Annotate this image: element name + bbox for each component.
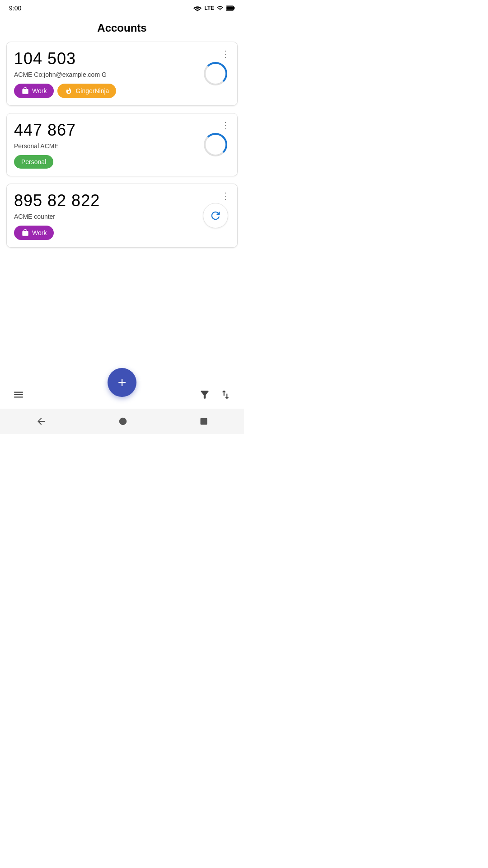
account-card-2[interactable]: ⋮ 447 867 Personal ACME Personal [6,113,238,176]
account-2-tags: Personal [14,155,201,169]
briefcase-icon-2 [21,229,29,237]
account-1-more-button[interactable]: ⋮ [219,47,232,60]
recent-icon [199,417,208,426]
account-3-number: 895 82 822 [14,191,201,210]
account-1-tag-work-label: Work [32,87,47,94]
account-3-more-button[interactable]: ⋮ [219,189,232,202]
nav-bar [0,409,244,434]
add-account-fab[interactable]: + [108,368,136,397]
account-2-number: 447 867 [14,121,201,140]
account-card-1[interactable]: ⋮ 104 503 ACME Co:john@example.com G Wor… [6,42,238,106]
nav-home-button[interactable] [118,416,128,426]
account-2-desc: Personal ACME [14,142,201,150]
cards-container: ⋮ 104 503 ACME Co:john@example.com G Wor… [0,42,244,377]
account-1-desc: ACME Co:john@example.com G [14,71,201,78]
menu-icon [13,389,24,401]
account-1-tag-gingerninja[interactable]: GingerNinja [57,84,116,98]
account-2-tag-personal-label: Personal [21,158,46,165]
account-2-tag-personal[interactable]: Personal [14,155,53,169]
account-3-tags: Work [14,226,201,240]
account-2-spinner [201,130,230,159]
account-3-refresh[interactable] [201,201,230,230]
account-3-tag-work[interactable]: Work [14,226,54,240]
lte-label: LTE [204,5,214,11]
menu-button[interactable] [13,389,24,401]
account-1-tag-work[interactable]: Work [14,84,54,98]
account-3-refresh-button[interactable] [203,203,228,228]
add-icon: + [118,375,127,390]
status-time: 9:00 [9,5,21,12]
status-bar: 9:00 LTE [0,0,244,16]
status-icons: LTE [193,5,235,11]
refresh-icon [209,209,222,222]
sort-button[interactable] [220,389,231,401]
back-icon [36,416,47,427]
account-1-number: 104 503 [14,49,201,68]
sort-icon [220,389,231,401]
svg-rect-4 [201,418,207,425]
account-3-tag-work-label: Work [32,229,47,236]
account-3-desc: ACME counter [14,213,201,220]
account-2-more-button[interactable]: ⋮ [219,119,232,132]
filter-button[interactable] [199,389,211,401]
page-title: Accounts [0,16,244,42]
filter-icon [199,389,211,401]
nav-recent-button[interactable] [199,417,208,426]
account-1-spinner [201,59,230,88]
wifi-icon [193,5,202,11]
briefcase-icon [21,87,29,95]
svg-rect-1 [234,7,235,9]
account-1-tag-gingerninja-label: GingerNinja [75,87,109,94]
account-card-3[interactable]: ⋮ 895 82 822 ACME counter Work [6,184,238,248]
account-1-tags: Work GingerNinja [14,84,201,98]
svg-rect-2 [226,6,233,10]
svg-point-3 [119,418,127,425]
home-icon [118,416,128,426]
signal-icon [217,5,223,11]
nav-back-button[interactable] [36,416,47,427]
battery-icon [226,5,235,11]
fire-icon [65,87,73,95]
